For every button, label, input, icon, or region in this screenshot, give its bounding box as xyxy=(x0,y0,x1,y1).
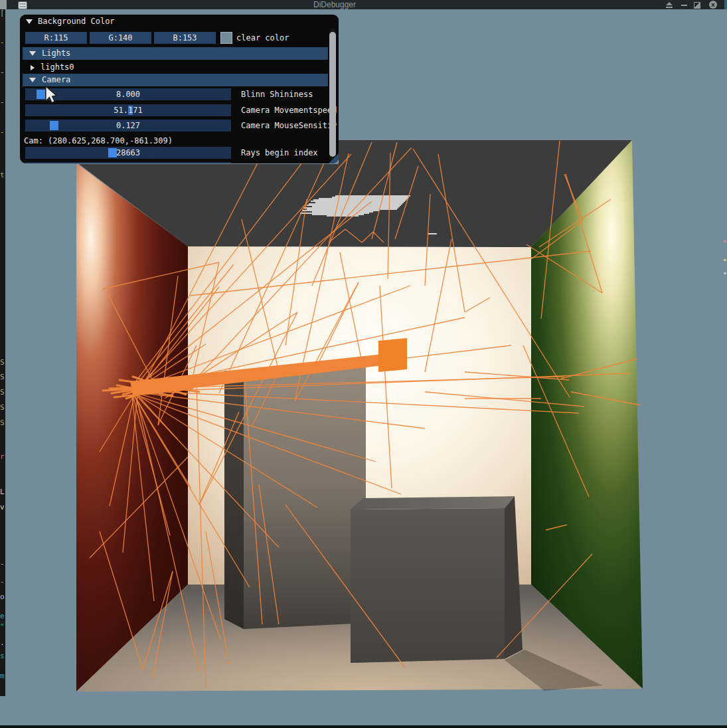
background-window-fragment xyxy=(724,259,726,261)
slider-rays-begin-index[interactable]: 28663 xyxy=(25,147,231,159)
terminal-glyph-fragment: - xyxy=(0,98,5,106)
slider-label: Rays begin index xyxy=(241,147,339,159)
panel-titlebar[interactable]: Background Color xyxy=(20,15,339,28)
terminal-glyph-fragment: e xyxy=(0,612,5,620)
terminal-glyph-fragment: t xyxy=(0,171,5,179)
collapse-arrow-icon[interactable] xyxy=(26,19,33,24)
green-channel-button[interactable]: G:140 xyxy=(90,32,151,44)
slider-partial[interactable] xyxy=(25,162,231,163)
terminal-glyph-fragment: - xyxy=(0,39,5,46)
terminal-glyph-fragment: v xyxy=(0,503,5,511)
terminal-glyph-fragment: r xyxy=(0,453,5,460)
lights0-label: lights0 xyxy=(40,62,74,72)
slider-value: 8.000 xyxy=(25,88,231,100)
background-window-sliver xyxy=(724,0,727,9)
clear-color-label: clear color xyxy=(236,32,289,44)
debug-panel[interactable]: Background Color R:115 G:140 B:153 clear… xyxy=(20,15,339,163)
window-bottom-border xyxy=(0,725,727,728)
tree-node-lights0[interactable]: lights0 xyxy=(23,61,328,73)
red-channel-button[interactable]: R:115 xyxy=(25,32,87,44)
terminal-glyph-fragment: S xyxy=(0,404,5,411)
slider-camera-movementspeed[interactable]: 51.171 xyxy=(25,104,231,116)
background-terminal-strip: [----tSSSSSrLv--oe".sm xyxy=(0,9,5,696)
slider-camera-mousesensitivity[interactable]: 0.127 xyxy=(25,120,231,132)
slider-value: 28663 xyxy=(25,147,231,159)
background-window-fragment xyxy=(724,272,726,274)
titlebar: DiDebugger x xyxy=(0,0,727,9)
terminal-glyph-fragment: [ xyxy=(0,9,5,17)
clear-color-swatch[interactable] xyxy=(220,32,232,44)
camera-header-label: Camera xyxy=(42,75,70,84)
slider-value: 0.127 xyxy=(25,120,231,132)
terminal-glyph-fragment: s xyxy=(0,652,5,660)
slider-label: Camera Movementspeed xyxy=(241,104,339,116)
slider-label: Camera MouseSensitiv xyxy=(241,120,339,132)
terminal-glyph-fragment: - xyxy=(0,560,5,567)
panel-title: Background Color xyxy=(38,17,115,26)
lights-header[interactable]: Lights xyxy=(23,47,328,60)
terminal-glyph-fragment: m xyxy=(0,672,5,680)
blue-channel-button[interactable]: B:153 xyxy=(154,32,216,44)
terminal-glyph-fragment: . xyxy=(0,639,5,646)
window-title: DiDebugger xyxy=(313,0,356,9)
chevron-right-icon xyxy=(31,65,35,70)
camera-header[interactable]: Camera xyxy=(23,74,328,86)
terminal-glyph-fragment: S xyxy=(0,419,5,426)
background-window-corner xyxy=(0,0,7,9)
background-window-fragment xyxy=(724,240,726,242)
chevron-down-icon xyxy=(29,78,36,82)
terminal-glyph-fragment: S xyxy=(0,373,5,381)
terminal-glyph-fragment: o xyxy=(0,593,5,600)
slider-blinn-shininess[interactable]: 8.000 xyxy=(25,88,231,100)
terminal-glyph-fragment: S xyxy=(0,359,5,366)
terminal-glyph-fragment: - xyxy=(0,128,5,136)
background-right-strip xyxy=(723,9,727,725)
terminal-glyph-fragment: - xyxy=(0,68,5,76)
app-icon xyxy=(18,1,27,9)
panel-scrollbar-thumb[interactable] xyxy=(329,32,336,157)
lights-header-label: Lights xyxy=(42,48,70,58)
minimize-button[interactable] xyxy=(681,5,687,6)
terminal-glyph-fragment: - xyxy=(0,578,5,585)
slider-label: Blinn Shininess xyxy=(241,88,339,100)
shade-button[interactable] xyxy=(666,1,673,8)
terminal-glyph-fragment: L xyxy=(0,488,5,496)
terminal-glyph-fragment: S xyxy=(0,389,5,396)
restore-button[interactable] xyxy=(694,2,700,9)
chevron-down-icon xyxy=(29,51,36,56)
terminal-glyph-fragment: " xyxy=(0,623,5,630)
slider-value: 51.171 xyxy=(25,104,231,116)
camera-position-text: Cam: (280.625,268.700,-861.309) xyxy=(24,136,173,146)
close-button[interactable]: x xyxy=(709,1,717,9)
